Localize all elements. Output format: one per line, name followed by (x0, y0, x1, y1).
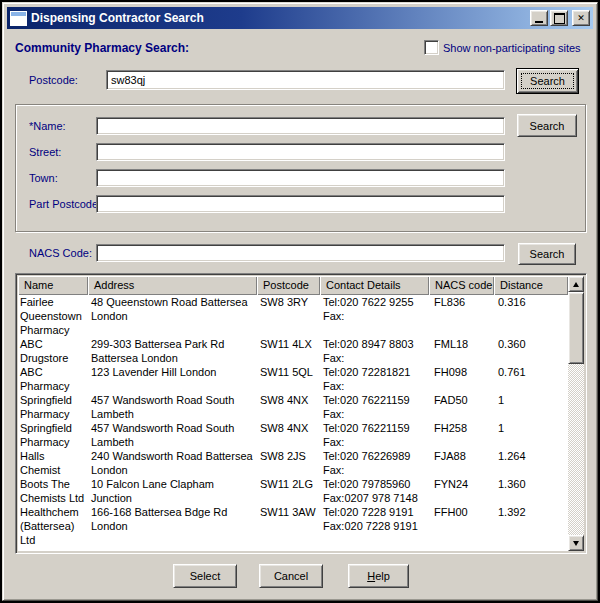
fax-line: Fax:0207 978 7148 (323, 491, 428, 505)
window-icon (10, 11, 27, 26)
street-input[interactable] (96, 143, 505, 161)
scroll-down-button[interactable] (568, 535, 584, 551)
table-row[interactable]: Boots The Chemists Ltd10 Falcon Lane Cla… (18, 477, 568, 505)
help-label: Help (367, 570, 390, 582)
window-title: Dispensing Contractor Search (27, 11, 530, 25)
table-row[interactable]: ABC Drugstore299-303 Battersea Park Rd B… (18, 337, 568, 365)
table-cell: 0.316 (494, 295, 568, 337)
tel-line: Tel:020 76226989 (323, 449, 428, 463)
table-row[interactable]: Fairlee Queenstown Pharmacy48 Queenstown… (18, 295, 568, 337)
column-header-postcode[interactable]: Postcode (257, 276, 320, 295)
scrollbar-thumb[interactable] (568, 292, 584, 364)
table-cell: ABC Pharmacy (18, 365, 88, 393)
table-cell: Springfield Pharmacy (18, 393, 88, 421)
table-cell: FML18 (429, 337, 494, 365)
table-cell: FYN24 (429, 477, 494, 505)
table-cell: Tel:020 7622 9255Fax: (320, 295, 429, 337)
table-cell: 166-168 Battersea Bdge Rd London (88, 505, 257, 547)
scroll-up-button[interactable] (568, 276, 584, 292)
table-cell: FL836 (429, 295, 494, 337)
tel-line: Tel:020 76221159 (323, 421, 428, 435)
results-table: NameAddressPostcodeContact DetailsNACS c… (18, 276, 568, 551)
table-cell: Healthchem (Battersea) Ltd (18, 505, 88, 547)
table-cell: Halls Chemist (18, 449, 88, 477)
screen: Dispensing Contractor Search ✕ Community… (0, 0, 600, 603)
table-cell: 1.360 (494, 477, 568, 505)
town-input[interactable] (96, 169, 505, 187)
table-cell: FFH00 (429, 505, 494, 547)
column-header-address[interactable]: Address (88, 276, 257, 295)
postcode-input[interactable] (106, 70, 505, 90)
table-cell: FAD50 (429, 393, 494, 421)
close-button[interactable]: ✕ (572, 10, 590, 26)
street-label: Street: (29, 146, 61, 158)
fax-line: Fax: (323, 379, 428, 393)
fax-line: Fax: (323, 407, 428, 421)
table-row[interactable]: Healthchem (Battersea) Ltd166-168 Batter… (18, 505, 568, 547)
table-cell: Tel:020 79785960Fax:0207 978 7148 (320, 477, 429, 505)
part-postcode-input[interactable] (96, 195, 505, 213)
table-cell: 240 Wandsworth Road Battersea London (88, 449, 257, 477)
tel-line: Tel:020 7228 9191 (323, 505, 428, 519)
nacs-code-label: NACS Code: (29, 247, 92, 259)
name-search-button[interactable]: Search (517, 114, 577, 137)
table-cell: FH098 (429, 365, 494, 393)
postcode-search-button[interactable]: Search (516, 68, 579, 94)
table-cell: 0.761 (494, 365, 568, 393)
table-cell: 1.392 (494, 505, 568, 547)
tel-line: Tel:020 79785960 (323, 477, 428, 491)
table-row[interactable]: Springfield Pharmacy457 Wandsworth Road … (18, 421, 568, 449)
column-header-distance[interactable]: Distance (494, 276, 568, 295)
name-input[interactable] (96, 117, 505, 135)
tel-line: Tel:020 72281821 (323, 365, 428, 379)
minimize-button[interactable] (530, 10, 548, 26)
dialog-window: Dispensing Contractor Search ✕ Community… (2, 2, 598, 601)
vertical-scrollbar[interactable] (568, 276, 584, 551)
table-cell: SW8 3RY (257, 295, 320, 337)
window-controls: ✕ (530, 10, 590, 26)
column-header-nacs-code[interactable]: NACS code (429, 276, 494, 295)
fax-line: Fax: (323, 463, 428, 477)
table-cell: FJA88 (429, 449, 494, 477)
tel-line: Tel:020 7622 9255 (323, 295, 428, 309)
table-cell: Tel:020 72281821Fax: (320, 365, 429, 393)
nacs-search-button[interactable]: Search (518, 243, 576, 265)
table-cell: 48 Queenstown Road Battersea London (88, 295, 257, 337)
table-row[interactable]: Springfield Pharmacy457 Wandsworth Road … (18, 393, 568, 421)
scrollbar-track[interactable] (568, 364, 584, 535)
table-cell: Fairlee Queenstown Pharmacy (18, 295, 88, 337)
column-header-name[interactable]: Name (18, 276, 88, 295)
show-non-participating-checkbox[interactable] (424, 40, 439, 55)
table-row[interactable]: ABC Pharmacy123 Lavender Hill LondonSW11… (18, 365, 568, 393)
name-label: *Name: (29, 120, 66, 132)
title-bar[interactable]: Dispensing Contractor Search ✕ (7, 7, 593, 29)
arrow-up-icon (573, 282, 579, 287)
minimize-icon (535, 21, 543, 23)
maximize-button[interactable] (550, 10, 568, 26)
table-cell: 1 (494, 421, 568, 449)
table-cell: SW8 2JS (257, 449, 320, 477)
table-cell: SW8 4NX (257, 393, 320, 421)
select-button[interactable]: Select (173, 564, 237, 588)
cancel-button[interactable]: Cancel (259, 564, 323, 588)
part-postcode-label: Part Postcode: (29, 198, 101, 210)
table-cell: FH258 (429, 421, 494, 449)
nacs-code-input[interactable] (96, 244, 505, 262)
fax-line: Fax: (323, 309, 428, 323)
table-cell: SW11 2LG (257, 477, 320, 505)
table-cell: Springfield Pharmacy (18, 421, 88, 449)
table-row[interactable]: Halls Chemist240 Wandsworth Road Batters… (18, 449, 568, 477)
page-title: Community Pharmacy Search: (15, 41, 189, 55)
table-cell: SW8 4NX (257, 421, 320, 449)
cancel-label: Cancel (274, 570, 308, 582)
table-cell: 1.264 (494, 449, 568, 477)
column-header-contact-details[interactable]: Contact Details (320, 276, 429, 295)
results-list-inner: NameAddressPostcodeContact DetailsNACS c… (18, 276, 584, 551)
help-button[interactable]: Help (348, 564, 409, 588)
select-label: Select (190, 570, 221, 582)
show-non-participating-label: Show non-participating sites (443, 42, 581, 54)
table-cell: SW11 4LX (257, 337, 320, 365)
table-cell: SW11 5QL (257, 365, 320, 393)
table-cell: Tel:020 76221159Fax: (320, 393, 429, 421)
table-cell: SW11 3AW (257, 505, 320, 547)
